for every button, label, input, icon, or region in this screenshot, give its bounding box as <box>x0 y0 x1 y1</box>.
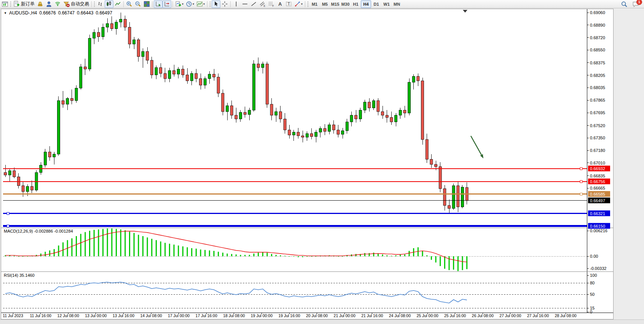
toolbar-grip <box>209 1 211 7</box>
svg-text:0.66665: 0.66665 <box>590 186 605 190</box>
svg-text:0.67010: 0.67010 <box>590 161 605 165</box>
new-order-button[interactable]: 新订单 <box>12 0 36 8</box>
toolbar-separator <box>152 1 153 7</box>
candle-chart-type-button[interactable] <box>105 0 113 8</box>
autotrading-label: 自动交易 <box>71 1 89 7</box>
chart-window-icon <box>1 0 9 8</box>
stamp-icon <box>37 1 43 7</box>
svg-text:24 Jul 08:00: 24 Jul 08:00 <box>389 313 411 318</box>
arrows-tool-button[interactable]: ▾ <box>293 0 304 8</box>
candlestick-chart-icon <box>106 1 112 7</box>
application-window: 新订单 自动交易 <box>0 0 644 324</box>
svg-text:11 Jul 16:00: 11 Jul 16:00 <box>30 313 51 318</box>
dropdown-caret: ▾ <box>203 2 205 6</box>
svg-text:26 Jul 08:00: 26 Jul 08:00 <box>472 313 494 318</box>
svg-text:50: 50 <box>590 292 595 297</box>
line-chart-type-button[interactable] <box>113 0 122 8</box>
macd-signal-value: -0.001284 <box>54 229 73 233</box>
toolbar-grip <box>94 1 95 7</box>
zoom-out-button[interactable] <box>134 0 142 8</box>
trendline-tool-button[interactable] <box>249 0 258 8</box>
metaeditor-button[interactable] <box>36 0 45 8</box>
fibonacci-icon: F <box>268 1 274 7</box>
svg-text:0.68550: 0.68550 <box>590 48 605 52</box>
label-icon: T <box>285 1 292 7</box>
autotrading-button[interactable]: 自动交易 <box>62 0 90 8</box>
equidistant-channel-tool-button[interactable]: E <box>258 0 267 8</box>
signals-icon <box>54 1 61 7</box>
cursor-arrow-icon <box>213 1 219 7</box>
periods-button[interactable]: ▾ <box>185 0 195 8</box>
toolbar-separator <box>123 1 124 7</box>
cursor-button[interactable] <box>212 0 220 8</box>
svg-text:0.67520: 0.67520 <box>590 123 605 128</box>
svg-text:0.67695: 0.67695 <box>590 110 605 115</box>
toolbar-grip <box>10 1 11 7</box>
toolbar-separator <box>91 1 92 7</box>
svg-text:0.68720: 0.68720 <box>590 35 605 40</box>
autotrading-funnel-icon <box>63 1 70 7</box>
zoom-in-icon <box>126 1 132 7</box>
svg-text:0.66756: 0.66756 <box>590 179 605 184</box>
svg-text:0.00: 0.00 <box>590 254 598 259</box>
toolbar-grip <box>307 1 309 7</box>
toolbar-separator <box>305 1 305 7</box>
svg-text:F: F <box>273 5 274 7</box>
close-value: 0.66497 <box>96 10 112 16</box>
search-button[interactable] <box>620 0 629 8</box>
text-tool-button[interactable]: A <box>276 0 284 8</box>
tile-windows-button[interactable] <box>142 0 151 8</box>
auto-scroll-button[interactable] <box>154 0 163 8</box>
templates-button[interactable]: ▾ <box>195 0 206 8</box>
bar-chart-type-button[interactable] <box>96 0 105 8</box>
bar-chart-icon <box>97 1 104 7</box>
svg-text:12 Jul 08:00: 12 Jul 08:00 <box>57 313 79 318</box>
main-toolbar: 新订单 自动交易 <box>0 0 644 8</box>
add-indicator-icon <box>175 1 182 7</box>
timeframe-button-H4[interactable]: H4 <box>361 0 371 8</box>
new-order-label: 新订单 <box>21 1 35 7</box>
dropdown-caret: ▾ <box>301 2 303 6</box>
line-chart-icon <box>115 1 121 7</box>
timeframe-button-M5[interactable]: M5 <box>320 0 330 8</box>
fibonacci-tool-button[interactable]: F <box>267 0 276 8</box>
svg-text:0.68375: 0.68375 <box>590 61 605 65</box>
svg-text:80: 80 <box>590 281 595 285</box>
crosshair-button[interactable] <box>220 0 229 8</box>
timeframe-button-M1[interactable]: M1 <box>309 0 320 8</box>
template-icon <box>196 1 203 7</box>
indicators-button[interactable]: ▾ <box>174 0 185 8</box>
timeframe-button-MN[interactable]: MN <box>392 0 402 8</box>
timeframe-button-D1[interactable]: D1 <box>371 0 381 8</box>
vertical-line-tool-button[interactable] <box>232 0 241 8</box>
toolbar-separator <box>230 1 231 7</box>
timeframe-button-W1[interactable]: W1 <box>381 0 392 8</box>
chart-shift-button[interactable] <box>163 0 171 8</box>
timeframe-button-H1[interactable]: H1 <box>351 0 361 8</box>
market-person-icon <box>46 1 52 7</box>
market-button[interactable] <box>45 0 53 8</box>
zoom-in-button[interactable] <box>125 0 134 8</box>
svg-text:25 Jul 00:00: 25 Jul 00:00 <box>416 313 438 318</box>
new-order-icon <box>13 1 20 7</box>
svg-text:0.68205: 0.68205 <box>590 73 605 78</box>
window-menu-icon[interactable]: ▼ <box>4 11 7 15</box>
timeframe-button-M30[interactable]: M30 <box>340 0 351 8</box>
toolbar-right-section: 1 <box>620 0 643 8</box>
crosshair-icon <box>222 1 228 7</box>
text-label-tool-button[interactable]: T <box>284 0 293 8</box>
svg-text:0.66932: 0.66932 <box>590 166 605 171</box>
svg-text:0.67865: 0.67865 <box>590 98 605 102</box>
chart-shift-icon <box>164 1 170 7</box>
svg-text:13 Jul 16:00: 13 Jul 16:00 <box>113 313 134 318</box>
text-icon: A <box>277 1 283 7</box>
horizontal-line-tool-button[interactable] <box>241 0 249 8</box>
symbol-period-label: AUDUSD-,H4 <box>9 10 37 16</box>
svg-text:0.67350: 0.67350 <box>590 136 605 140</box>
timeframe-button-M15[interactable]: M15 <box>330 0 340 8</box>
notifications-button[interactable]: 1 <box>631 0 640 8</box>
signals-button[interactable] <box>53 0 62 8</box>
svg-text:19 Jul 16:00: 19 Jul 16:00 <box>278 313 300 318</box>
chart-canvas[interactable]: 0.669320.667560.665850.664970.663210.661… <box>0 0 644 324</box>
chart-title: ▼ AUDUSD-,H4 0.66676 0.66747 0.66443 0.6… <box>4 10 112 16</box>
